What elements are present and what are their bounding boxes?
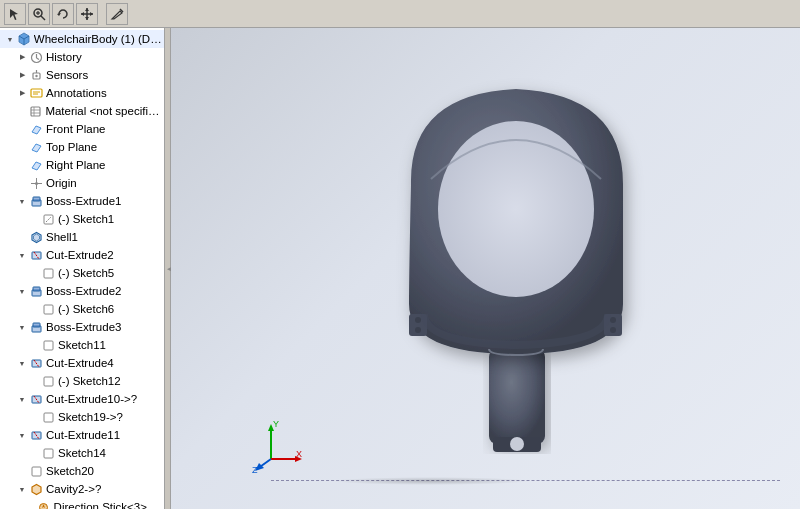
sketch1-icon [40,211,56,227]
annotation-icon [28,85,44,101]
tree-item-sensors[interactable]: Sensors [0,66,164,84]
rotate-button[interactable] [52,3,74,25]
cut-extrude11-label: Cut-Extrude11 [46,429,120,441]
tree-item-direction1[interactable]: Direction Stick<3>@Asse [0,498,164,509]
expand-rightplane-icon [16,159,28,171]
sketch6-icon [40,301,56,317]
model-svg [301,39,731,469]
sketch19-label: Sketch19->? [58,411,123,423]
expand-sketch6-icon [28,303,40,315]
expand-boss1-icon [16,195,28,207]
expand-material-icon [15,105,27,117]
sketch20-label: Sketch20 [46,465,94,477]
expand-sensors-icon [16,69,28,81]
expand-dir1-icon [24,501,36,509]
tree-item-sketch12[interactable]: (-) Sketch12 [0,372,164,390]
expand-cut2-icon [16,249,28,261]
pan-button[interactable] [76,3,98,25]
sketch5-label: (-) Sketch5 [58,267,114,279]
tree-item-boss-extrude2[interactable]: Boss-Extrude2 [0,282,164,300]
plane-icon2 [28,139,44,155]
expand-annotations-icon [16,87,28,99]
boss-extrude3-icon [28,319,44,335]
tree-root[interactable]: WheelchairBody (1) (Defau [0,30,164,48]
tree-item-cut-extrude10[interactable]: Cut-Extrude10->? [0,390,164,408]
svg-marker-9 [85,17,89,20]
sketch12-icon [40,373,56,389]
expand-sketch11-icon [28,339,40,351]
tree-item-cut-extrude4[interactable]: Cut-Extrude4 [0,354,164,372]
svg-rect-43 [44,377,53,386]
svg-point-66 [610,317,616,323]
sketch19-icon [40,409,56,425]
tree-item-cut-extrude2[interactable]: Cut-Extrude2 [0,246,164,264]
tree-root-label: WheelchairBody (1) (Defau [34,33,162,45]
sensor-icon [28,67,44,83]
viewport[interactable]: Y X Z [171,28,800,509]
cut-extrude10-icon [28,391,44,407]
plane-icon [28,121,44,137]
svg-line-2 [41,16,45,20]
cut-extrude4-label: Cut-Extrude4 [46,357,114,369]
tree-item-boss-extrude3[interactable]: Boss-Extrude3 [0,318,164,336]
cut-extrude2-label: Cut-Extrude2 [46,249,114,261]
tree-item-shell1[interactable]: Shell1 [0,228,164,246]
sketch14-icon [40,445,56,461]
tree-item-sketch14[interactable]: Sketch14 [0,444,164,462]
sketch20-icon [28,463,44,479]
tree-item-boss-extrude1[interactable]: Boss-Extrude1 [0,192,164,210]
material-label: Material <not specified> [45,105,162,117]
expand-sketch5-icon [28,267,40,279]
tree-item-sketch19[interactable]: Sketch19->? [0,408,164,426]
svg-point-60 [510,437,524,451]
svg-rect-50 [32,467,41,476]
tree-item-material[interactable]: Material <not specified> [0,102,164,120]
svg-rect-46 [44,413,53,422]
shell1-label: Shell1 [46,231,78,243]
tree-item-sketch5[interactable]: (-) Sketch5 [0,264,164,282]
cavity2-label: Cavity2->? [46,483,101,495]
svg-text:X: X [296,449,302,459]
tree-item-sketch6[interactable]: (-) Sketch6 [0,300,164,318]
origin-icon [28,175,44,191]
origin-label: Origin [46,177,77,189]
expand-topplane-icon [16,141,28,153]
expand-origin-icon [16,177,28,189]
svg-marker-0 [10,9,18,20]
tree-item-sketch20[interactable]: Sketch20 [0,462,164,480]
tree-item-history[interactable]: History [0,48,164,66]
svg-rect-37 [44,305,53,314]
svg-rect-58 [489,349,545,444]
sketch1-label: (-) Sketch1 [58,213,114,225]
svg-point-61 [438,121,594,297]
select-button[interactable] [4,3,26,25]
axis-svg: Y X Z [251,419,306,474]
tree-item-cavity2[interactable]: Cavity2->? [0,480,164,498]
tree-item-frontplane[interactable]: Front Plane [0,120,164,138]
expand-sketch14-icon [28,447,40,459]
sketch-button[interactable] [106,3,128,25]
direction1-icon [36,499,52,509]
history-label: History [46,51,82,63]
zoom-button[interactable] [28,3,50,25]
shell1-icon [28,229,44,245]
tree-item-origin[interactable]: Origin [0,174,164,192]
svg-point-63 [415,317,421,323]
sketch6-label: (-) Sketch6 [58,303,114,315]
tree-item-annotations[interactable]: Annotations [0,84,164,102]
tree-item-sketch11[interactable]: Sketch11 [0,336,164,354]
expand-frontplane-icon [16,123,28,135]
tree-item-cut-extrude11[interactable]: Cut-Extrude11 [0,426,164,444]
tree-item-topplane[interactable]: Top Plane [0,138,164,156]
expand-cavity2-icon [16,483,28,495]
svg-rect-19 [31,89,42,97]
annotations-label: Annotations [46,87,107,99]
expand-boss3-icon [16,321,28,333]
cut-extrude2-icon [28,247,44,263]
expand-root-icon [4,33,16,45]
expand-cut4-icon [16,357,28,369]
tree-item-rightplane[interactable]: Right Plane [0,156,164,174]
sketch14-label: Sketch14 [58,447,106,459]
tree-item-sketch1[interactable]: (-) Sketch1 [0,210,164,228]
svg-rect-36 [33,287,40,291]
